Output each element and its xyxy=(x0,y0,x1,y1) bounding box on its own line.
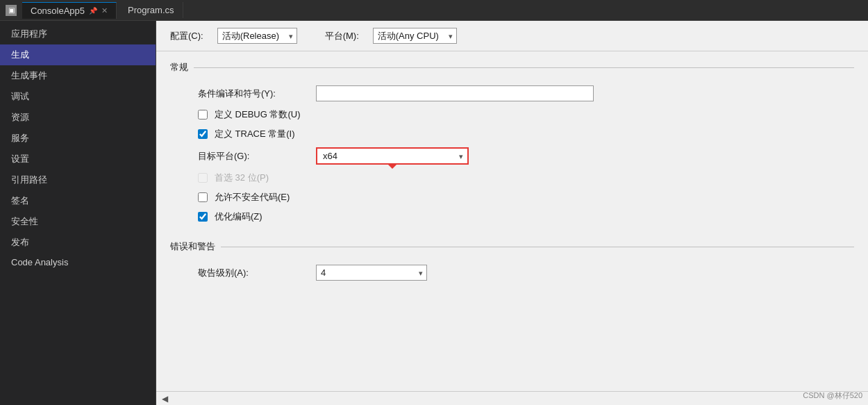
warning-level-select-wrapper: 4 0 1 2 3 xyxy=(316,265,427,281)
title-bar: ▣ ConsoleApp5 📌 ✕ Program.cs xyxy=(0,0,868,21)
target-platform-row: 目标平台(G): Any CPU x86 x64 Itanium xyxy=(198,144,854,168)
sidebar-item-signing[interactable]: 签名 xyxy=(0,190,156,211)
optimize-label[interactable]: 优化编码(Z) xyxy=(215,210,326,223)
warning-level-label: 敬告级别(A): xyxy=(198,267,309,279)
file-tab[interactable]: Program.cs xyxy=(119,2,183,18)
sidebar-item-reference-paths[interactable]: 引用路径 xyxy=(0,170,156,190)
conditional-compile-input[interactable] xyxy=(316,85,594,101)
platform-select[interactable]: 活动(Any CPU) Any CPU x86 x64 xyxy=(373,28,457,44)
target-platform-select[interactable]: Any CPU x86 x64 Itanium xyxy=(316,147,469,165)
platform-label: 平台(M): xyxy=(325,30,359,42)
horizontal-scrollbar[interactable]: ◀ xyxy=(156,391,868,405)
conditional-compile-label: 条件编译和符号(Y): xyxy=(198,88,309,100)
sidebar-item-settings[interactable]: 设置 xyxy=(0,149,156,170)
define-trace-checkbox[interactable] xyxy=(198,129,208,139)
errors-section-header: 错误和警告 xyxy=(156,231,868,257)
define-debug-label[interactable]: 定义 DEBUG 常数(U) xyxy=(215,108,326,121)
project-tab[interactable]: ConsoleApp5 📌 ✕ xyxy=(22,2,117,19)
config-bar: 配置(C): 活动(Release) Debug Release 平台(M): … xyxy=(156,21,868,51)
watermark: CSDN @林仔520 xyxy=(803,390,862,401)
define-debug-checkbox[interactable] xyxy=(198,110,208,119)
prefer32bit-checkbox xyxy=(198,173,208,183)
sidebar-item-app[interactable]: 应用程序 xyxy=(0,24,156,44)
sidebar-item-publish[interactable]: 发布 xyxy=(0,232,156,253)
close-icon[interactable]: ✕ xyxy=(101,6,108,15)
config-label: 配置(C): xyxy=(170,30,203,42)
errors-form-area: 敬告级别(A): 4 0 1 2 3 xyxy=(156,257,868,288)
target-platform-select-wrapper: Any CPU x86 x64 Itanium xyxy=(316,147,469,165)
sidebar-item-services[interactable]: 服务 xyxy=(0,128,156,149)
file-tab-label: Program.cs xyxy=(128,5,174,15)
config-select-wrapper: 活动(Release) Debug Release xyxy=(217,28,297,44)
config-select[interactable]: 活动(Release) Debug Release xyxy=(217,28,297,44)
content-area: 配置(C): 活动(Release) Debug Release 平台(M): … xyxy=(156,21,868,405)
pin-icon[interactable]: 📌 xyxy=(89,7,97,15)
window-icon: ▣ xyxy=(6,5,17,16)
allow-unsafe-checkbox[interactable] xyxy=(198,192,208,202)
sidebar-item-debug[interactable]: 调试 xyxy=(0,86,156,107)
scroll-left-button[interactable]: ◀ xyxy=(162,394,168,404)
optimize-checkbox[interactable] xyxy=(198,212,208,222)
target-platform-label: 目标平台(G): xyxy=(198,150,309,163)
title-bar-left: ▣ ConsoleApp5 📌 ✕ Program.cs xyxy=(6,2,183,19)
optimize-row: 优化编码(Z) xyxy=(198,207,854,226)
allow-unsafe-label[interactable]: 允许不安全代码(E) xyxy=(215,191,326,204)
project-tab-label: ConsoleApp5 xyxy=(31,6,85,16)
warning-level-select[interactable]: 4 0 1 2 3 xyxy=(316,265,427,281)
sidebar: 应用程序 生成 生成事件 调试 资源 服务 设置 引用路径 签名 安全性 发布 xyxy=(0,21,156,405)
define-trace-label[interactable]: 定义 TRACE 常量(I) xyxy=(215,128,326,140)
general-form-area: 条件编译和符号(Y): 定义 DEBUG 常数(U) 定义 TRACE 常量(I… xyxy=(156,78,868,231)
sidebar-item-code-analysis[interactable]: Code Analysis xyxy=(0,253,156,272)
define-debug-row: 定义 DEBUG 常数(U) xyxy=(198,105,854,124)
sidebar-item-build[interactable]: 生成 xyxy=(0,44,156,65)
sidebar-item-resources[interactable]: 资源 xyxy=(0,107,156,128)
prefer32bit-label: 首选 32 位(P) xyxy=(215,172,326,184)
sidebar-item-build-events[interactable]: 生成事件 xyxy=(0,65,156,86)
main-layout: 应用程序 生成 生成事件 调试 资源 服务 设置 引用路径 签名 安全性 发布 xyxy=(0,21,868,405)
allow-unsafe-row: 允许不安全代码(E) xyxy=(198,188,854,207)
define-trace-row: 定义 TRACE 常量(I) xyxy=(198,124,854,144)
conditional-compile-row: 条件编译和符号(Y): xyxy=(198,82,854,105)
warning-level-row: 敬告级别(A): 4 0 1 2 3 xyxy=(198,261,854,284)
general-section-header: 常规 xyxy=(156,51,868,78)
prefer32bit-row: 首选 32 位(P) xyxy=(198,168,854,188)
sidebar-item-security[interactable]: 安全性 xyxy=(0,211,156,232)
platform-select-wrapper: 活动(Any CPU) Any CPU x86 x64 xyxy=(373,28,457,44)
